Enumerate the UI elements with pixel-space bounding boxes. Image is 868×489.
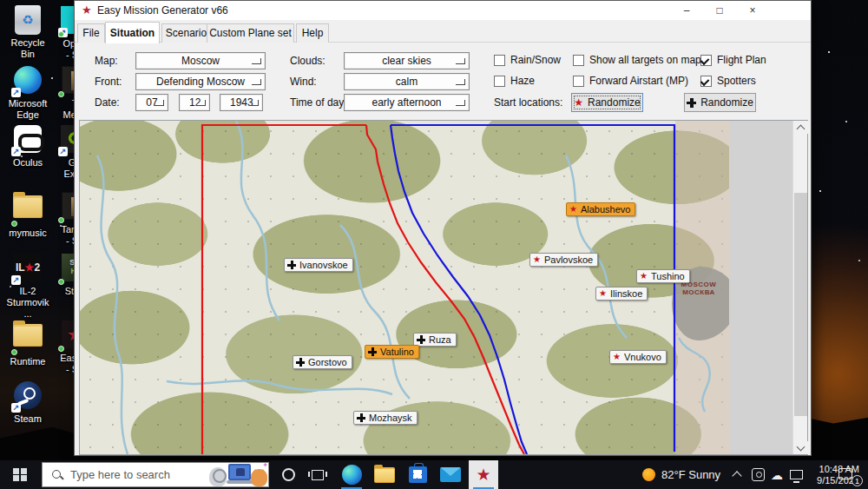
file-explorer-icon bbox=[374, 467, 395, 483]
dropdown-arrow-icon bbox=[196, 100, 206, 106]
laptop-cat-icon bbox=[228, 464, 251, 480]
unchecked-checkbox-icon[interactable] bbox=[573, 76, 584, 87]
mission-map[interactable]: MOSCOW МОСКВА ★Alabushevo★Pavlovskoe★Tus… bbox=[80, 121, 729, 454]
desktop-icon-recycle-bin[interactable]: ♻Recycle Bin bbox=[5, 5, 50, 60]
desktop-icon-oculus[interactable]: ↗Oculus bbox=[5, 124, 50, 169]
tab-situation[interactable]: Situation bbox=[105, 22, 160, 43]
desktop-icon-il2-sturmovik[interactable]: IL★2↗IL-2Sturmovik ... bbox=[5, 253, 50, 320]
shortcut-arrow-icon: ↗ bbox=[11, 88, 21, 97]
front-select[interactable]: Defending Moscow bbox=[135, 73, 266, 90]
map-location-gorstovo[interactable]: Gorstovo bbox=[293, 355, 352, 369]
taskbar-explorer-button[interactable] bbox=[370, 460, 399, 489]
sun-icon bbox=[642, 468, 655, 481]
checkbox-spotters[interactable]: Spotters bbox=[700, 74, 756, 88]
tray-teams-button[interactable] bbox=[752, 460, 765, 489]
sync-status-dot-icon bbox=[58, 279, 64, 285]
dropdown-arrow-icon bbox=[456, 100, 465, 106]
checkbox-label: Show all targets on map bbox=[589, 54, 701, 66]
dropdown-arrow-icon bbox=[252, 58, 261, 64]
tray-network-button[interactable] bbox=[790, 460, 803, 489]
desktop-icon-steam[interactable]: ↗Steam bbox=[5, 380, 50, 425]
headphones-figure-icon bbox=[209, 467, 227, 486]
map-location-alabushevo[interactable]: ★Alabushevo bbox=[566, 202, 635, 216]
unchecked-checkbox-icon[interactable] bbox=[573, 55, 584, 66]
search-placeholder: Type here to search bbox=[70, 468, 207, 481]
task-view-button[interactable] bbox=[304, 460, 332, 489]
tray-overflow-button[interactable] bbox=[733, 460, 740, 489]
black-cross-icon bbox=[417, 335, 425, 344]
location-name: Mozhaysk bbox=[369, 413, 412, 423]
map-select[interactable]: Moscow bbox=[135, 52, 266, 69]
black-cross-icon bbox=[296, 358, 305, 367]
notification-center-button[interactable]: 1 bbox=[832, 460, 865, 489]
checkbox-flight-plan[interactable]: Flight Plan bbox=[700, 53, 766, 67]
map-location-mozhaysk[interactable]: Mozhaysk bbox=[353, 411, 418, 425]
map-location-vatulino[interactable]: Vatulino bbox=[365, 345, 419, 359]
close-button[interactable]: × bbox=[738, 1, 767, 20]
taskbar-search-input[interactable]: Type here to search ✦ bbox=[42, 462, 269, 487]
scrollbar-thumb[interactable] bbox=[794, 193, 807, 416]
scroll-up-arrow-icon[interactable] bbox=[793, 121, 808, 134]
teams-icon bbox=[752, 468, 765, 481]
cortana-button[interactable] bbox=[273, 460, 303, 489]
clouds-select[interactable]: clear skies bbox=[344, 52, 470, 69]
map-vertical-scrollbar[interactable] bbox=[792, 121, 807, 454]
tab-custom-plane-set[interactable]: Custom Plane set bbox=[207, 23, 294, 43]
date-year-select[interactable]: 1943 bbox=[220, 94, 263, 111]
red-star-icon: ★ bbox=[533, 255, 541, 264]
tray-onedrive-button[interactable]: ☁ bbox=[771, 460, 783, 489]
desktop-icon-microsoft-edge[interactable]: ↗MicrosoftEdge bbox=[5, 65, 50, 121]
desktop-screen: ♻Recycle Bin↗Open- Sh↗MicrosoftEdgeTMech… bbox=[0, 0, 868, 489]
edge-icon bbox=[342, 465, 362, 485]
tab-help[interactable]: Help bbox=[296, 23, 329, 43]
scroll-down-arrow-icon[interactable] bbox=[793, 441, 808, 454]
date-day-select[interactable]: 07 bbox=[135, 94, 168, 111]
dropdown-arrow-icon bbox=[155, 100, 164, 106]
taskbar-edge-button[interactable] bbox=[337, 460, 366, 489]
checkbox-haze[interactable]: Haze bbox=[494, 74, 535, 88]
start-button[interactable] bbox=[0, 460, 40, 489]
sync-status-dot-icon bbox=[58, 91, 64, 97]
taskbar-emg-button-active[interactable]: ★ bbox=[469, 460, 498, 489]
river-line bbox=[236, 121, 279, 320]
map-location-ruza[interactable]: Ruza bbox=[413, 333, 457, 347]
taskbar-mail-button[interactable] bbox=[436, 460, 465, 489]
checkbox-forward-airstart-mp-[interactable]: Forward Airstart (MP) bbox=[573, 74, 688, 88]
folder-icon bbox=[13, 195, 43, 218]
tab-file[interactable]: File bbox=[77, 23, 105, 43]
river-line bbox=[167, 380, 392, 394]
checkbox-rain-snow[interactable]: Rain/Snow bbox=[494, 53, 561, 67]
map-location-ivanovskoe[interactable]: Ivanovskoe bbox=[284, 258, 353, 272]
map-label: Map: bbox=[95, 52, 118, 69]
window-titlebar[interactable]: ★ Easy Mission Generator v66 – □ × bbox=[75, 1, 811, 20]
minimize-button[interactable]: – bbox=[672, 1, 701, 20]
unchecked-checkbox-icon[interactable] bbox=[494, 76, 505, 87]
unchecked-checkbox-icon[interactable] bbox=[494, 55, 505, 66]
randomize-axis-button[interactable]: Randomize bbox=[684, 93, 756, 112]
map-location-pavlovskoe[interactable]: ★Pavlovskoe bbox=[529, 253, 598, 267]
location-name: Vatulino bbox=[380, 347, 414, 357]
checked-checkbox-icon[interactable] bbox=[700, 76, 712, 87]
location-name: Ruza bbox=[429, 334, 451, 345]
checkbox-label: Spotters bbox=[717, 75, 756, 87]
checked-checkbox-icon[interactable] bbox=[700, 55, 712, 66]
menu-tab-bar: FileSituationScenarioCustom Plane setHel… bbox=[75, 20, 811, 43]
wind-select[interactable]: calm bbox=[344, 73, 470, 90]
date-month-select[interactable]: 12 bbox=[179, 94, 210, 111]
desktop-icon-mymusic-folder[interactable]: mymusic bbox=[5, 191, 50, 239]
tab-scenario[interactable]: Scenario bbox=[161, 23, 211, 43]
taskbar-store-button[interactable] bbox=[403, 460, 432, 489]
windows-logo-icon bbox=[13, 468, 27, 482]
front-line-axis-border bbox=[202, 125, 366, 454]
map-location-tushino[interactable]: ★Tushino bbox=[636, 269, 690, 283]
maximize-button[interactable]: □ bbox=[705, 1, 734, 20]
clouds-label: Clouds: bbox=[290, 52, 326, 69]
desktop-icon-runtime-folder[interactable]: Runtime bbox=[5, 320, 50, 367]
checkbox-show-all-targets-on-map[interactable]: Show all targets on map bbox=[573, 53, 701, 67]
desktop-icon-label: MicrosoftEdge bbox=[5, 98, 50, 121]
time-of-day-select[interactable]: early afternoon bbox=[344, 94, 470, 111]
map-location-vnukovo[interactable]: ★Vnukovo bbox=[609, 350, 667, 364]
map-location-ilinskoe[interactable]: ★Ilinskoe bbox=[595, 287, 648, 301]
weather-widget[interactable]: 82°F Sunny bbox=[642, 460, 720, 489]
randomize-allied-button[interactable]: ★ Randomize bbox=[571, 93, 643, 112]
